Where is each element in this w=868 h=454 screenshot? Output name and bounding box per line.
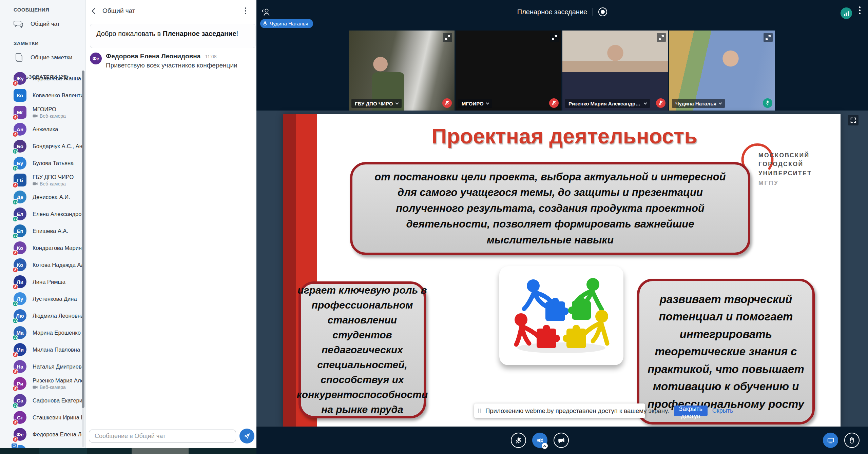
user-list-item[interactable]: Ко Кондратова Мар — [0, 239, 83, 256]
user-list-item[interactable]: Фе Федорова Елена — [0, 426, 83, 443]
headset-icon — [14, 150, 17, 153]
user-name: Денисова А.И. — [33, 194, 70, 200]
user-webcam-subtitle: Веб-камера — [33, 384, 83, 390]
mic-on-icon — [765, 100, 770, 106]
hide-userlist-button[interactable] — [261, 7, 272, 18]
chat-message: Фе Федорова Елена Леонидовна 11:08 Приве… — [90, 53, 253, 69]
webcam-tile[interactable]: МГОИРО — [456, 31, 561, 111]
hide-banner-button[interactable]: Скрыть — [712, 407, 733, 414]
user-name: Коваленко Валентина Михайл… — [33, 92, 83, 99]
user-list-item[interactable]: Са Сафонова Екате — [0, 392, 83, 409]
user-list-item[interactable]: Еп Епишева А.А. — [0, 222, 83, 239]
mic-muted-icon — [14, 116, 17, 119]
avatar-initials: Ел — [17, 211, 23, 217]
user-list-item[interactable]: Мг МГОИРО — [0, 104, 83, 121]
send-message-button[interactable] — [239, 429, 254, 443]
notes-icon — [13, 52, 24, 63]
user-list-item[interactable]: Ко Коваленко Вале — [0, 87, 83, 104]
user-list-item[interactable]: Лу Лустенкова Дин — [0, 290, 83, 307]
university-logo: МОСКОВСКИЙ ГОРОДСКОЙ УНИВЕРСИТЕТ МГПУ — [739, 142, 822, 196]
meeting-title-bar: Пленарное заседание — [256, 7, 868, 16]
fullscreen-presentation-button[interactable] — [848, 115, 859, 125]
user-list-item[interactable]: Ми Милана Павловн — [0, 341, 83, 358]
share-camera-button[interactable] — [554, 433, 569, 448]
mic-muted-icon — [14, 370, 17, 373]
user-list-item[interactable]: Ан Анжелика — [0, 121, 83, 138]
signal-bar-icon — [844, 14, 845, 16]
user-name: Марина Ерошенко — [33, 330, 81, 336]
back-chevron-icon[interactable] — [92, 8, 98, 14]
webcam-name-dropdown[interactable]: МГОИРО — [458, 99, 492, 108]
stop-sharing-button[interactable]: Закрыть доступ — [674, 406, 708, 416]
screen-icon — [827, 437, 834, 444]
user-list-item[interactable]: Де Денисова А.И. — [0, 189, 83, 205]
user-list-item[interactable]: Ри Ризенко Мария — [0, 375, 83, 392]
signal-bar-icon — [848, 11, 849, 16]
user-list-item[interactable]: Чу Чудина Наталья — [0, 443, 83, 448]
options-menu-icon[interactable] — [859, 9, 861, 11]
status-badge — [12, 80, 18, 86]
user-list-item[interactable]: Ли Лина Римша — [0, 273, 83, 290]
webcam-name-dropdown[interactable]: Чудина Наталья — [672, 99, 725, 108]
mic-muted-icon — [552, 100, 556, 106]
status-badge — [12, 148, 18, 154]
sidebar-item-label: Общий чат — [31, 21, 60, 27]
user-list-item[interactable]: Гб ГБУ ДПО ЧИРО — [0, 172, 83, 189]
screen-share-button[interactable] — [823, 433, 838, 448]
avatar: Мг — [14, 106, 26, 119]
user-list-scrollbar[interactable] — [82, 71, 84, 447]
drag-handle[interactable] — [478, 409, 481, 413]
user-name: Епишева А.А. — [33, 228, 68, 234]
mic-muted-icon — [515, 437, 522, 444]
user-list-item[interactable]: Жу Журавлева Жанн — [0, 70, 83, 87]
avatar-initials: Ст — [17, 415, 23, 420]
user-list-item[interactable]: На Наталья Дмитри — [0, 358, 83, 375]
avatar: Ли — [14, 275, 26, 288]
user-list-item[interactable]: Ст Сташкевич Ирин — [0, 409, 83, 426]
user-list-item[interactable]: Ко Котова Надежда — [0, 256, 83, 273]
status-badge — [12, 131, 18, 137]
status-badge — [12, 199, 18, 205]
webcam-tile[interactable]: Чудина Наталья — [669, 31, 775, 111]
webcam-fullscreen-button[interactable] — [657, 33, 666, 42]
sidebar-item-public-chat[interactable]: Общий чат — [0, 15, 85, 34]
mute-microphone-button[interactable] — [511, 433, 526, 448]
chat-input-row — [86, 429, 256, 443]
message-timestamp: 11:08 — [205, 54, 217, 59]
webcam-tile[interactable]: ГБУ ДПО ЧИРО — [349, 31, 455, 111]
raise-hand-button[interactable] — [844, 433, 860, 448]
user-list-item[interactable]: Бу Булова Татьяна — [0, 155, 83, 172]
webcam-name-dropdown[interactable]: ГБУ ДПО ЧИРО — [351, 99, 402, 108]
user-name: Людмила Леоновна Равлушевич — [33, 313, 83, 319]
webcam-fullscreen-button[interactable] — [764, 33, 773, 42]
connection-status-button[interactable] — [841, 7, 852, 19]
presentation-area: Проектная деятельность МОСКОВСКИЙ ГОРОДС… — [256, 111, 868, 427]
webcam-name-dropdown[interactable]: Ризенко Мария Александровна — [565, 99, 650, 108]
avatar-initials: Ли — [17, 279, 23, 285]
chat-message-input[interactable] — [89, 430, 236, 442]
chat-options-menu-icon[interactable] — [245, 10, 246, 12]
user-list-item[interactable]: Бо Бондарчук А.С. — [0, 138, 83, 155]
mic-muted-icon — [14, 133, 17, 136]
webcam-fullscreen-button[interactable] — [443, 33, 452, 42]
user-list-item[interactable]: Лю Людмила Леонов — [0, 307, 83, 324]
avatar-initials: Еп — [17, 228, 23, 234]
chevron-down-icon — [486, 101, 489, 104]
headset-icon — [14, 217, 17, 221]
record-button[interactable] — [598, 7, 607, 16]
webcam-tile[interactable]: Ризенко Мария Александровна — [562, 31, 668, 111]
messages-section-header: СООБЩЕНИЯ — [0, 0, 85, 15]
avatar-initials: Фе — [93, 56, 99, 61]
avatar-initials: Бо — [17, 143, 23, 149]
message-text: Приветствую всех участников конференции — [106, 62, 237, 69]
user-list-item[interactable]: Ма Марина Ерошенк — [0, 324, 83, 341]
avatar: Ст — [14, 411, 26, 424]
scrollbar-thumb[interactable] — [82, 71, 84, 408]
webcam-fullscreen-button[interactable] — [550, 33, 559, 42]
sidebar-item-shared-notes[interactable]: Общие заметки — [0, 48, 85, 67]
audio-settings-button[interactable] — [532, 433, 547, 448]
talking-indicator[interactable]: Чудина Наталья — [260, 19, 313, 28]
user-list-item[interactable]: Ел Елена Александ — [0, 205, 83, 222]
audio-options-chevron[interactable] — [542, 443, 548, 449]
user-name: Ризенко Мария Александровна — [33, 377, 83, 384]
